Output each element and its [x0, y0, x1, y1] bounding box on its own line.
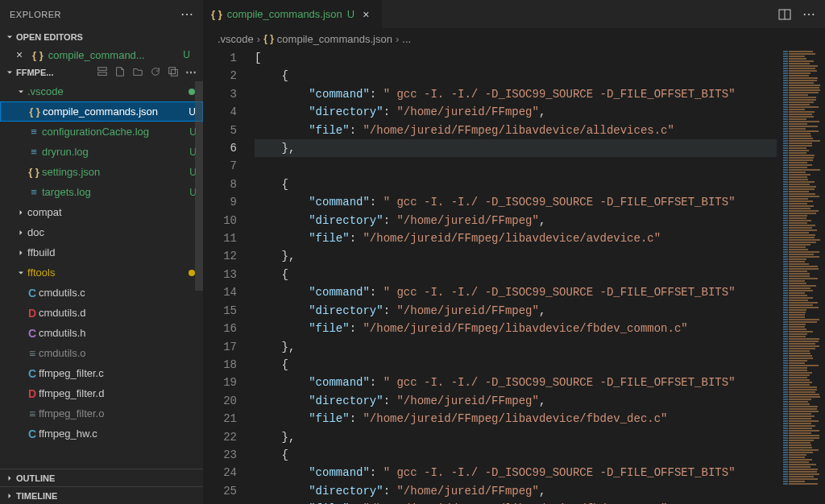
file-ffmpeg-filter-c[interactable]: C ffmpeg_filter.c: [0, 363, 203, 383]
file-cmdutils-h[interactable]: C cmdutils.h: [0, 323, 203, 343]
line-number-gutter: 1234567891011121314151617181920212223242…: [203, 49, 255, 504]
open-editors-label: OPEN EDITORS: [16, 32, 83, 42]
more-actions-button[interactable]: ⋯: [180, 6, 193, 22]
git-dot-icon: [189, 270, 195, 276]
file-cmdutils-c[interactable]: C cmdutils.c: [0, 283, 203, 303]
tab-filename: compile_commands.json: [227, 8, 342, 20]
outline-label: OUTLINE: [16, 473, 55, 483]
timeline-section[interactable]: TIMELINE: [0, 486, 203, 504]
open-editor-item[interactable]: × { } compile_command... U: [0, 46, 203, 64]
breadcrumb-file[interactable]: compile_commands.json: [277, 33, 392, 45]
sidebar-scrollbar[interactable]: [195, 81, 203, 291]
folder-label: doc: [27, 226, 203, 238]
d-icon: D: [26, 387, 39, 400]
more-icon[interactable]: ⋯: [185, 66, 197, 79]
o-icon: ≡: [26, 347, 39, 360]
explorer-header: EXPLORER ⋯: [0, 0, 203, 28]
json-icon: { }: [263, 33, 274, 44]
file-label: cmdutils.c: [39, 287, 203, 299]
c-icon: C: [26, 428, 39, 440]
file-label: ffmpeg_filter.c: [39, 367, 203, 379]
breadcrumb-more[interactable]: ...: [402, 33, 411, 45]
file-dryrun[interactable]: ≡ dryrun.log U: [0, 142, 203, 162]
file-configuration-cache[interactable]: ≡ configurationCache.log U: [0, 122, 203, 142]
chevron-down-icon: [16, 87, 27, 97]
tab-compile-commands[interactable]: { } compile_commands.json U ×: [203, 0, 383, 28]
svg-rect-2: [169, 68, 176, 74]
json-icon: { }: [211, 8, 222, 20]
log-icon: ≡: [26, 186, 42, 198]
file-ffmpeg-filter-o[interactable]: ≡ ffmpeg_filter.o: [0, 403, 203, 423]
file-targets[interactable]: ≡ targets.log U: [0, 182, 203, 202]
folder-vscode[interactable]: .vscode: [0, 81, 203, 101]
folder-label: ffbuild: [27, 246, 203, 258]
folder-label: fftools: [27, 266, 189, 279]
chevron-right-icon: [16, 228, 27, 238]
folder-doc[interactable]: doc: [0, 222, 203, 242]
open-editors-section[interactable]: OPEN EDITORS: [0, 28, 203, 46]
svg-rect-0: [98, 68, 107, 71]
new-file-icon[interactable]: [114, 66, 126, 79]
tab-status: U: [347, 8, 354, 20]
chevron-right-icon: ›: [396, 33, 399, 45]
open-editor-filename: compile_command...: [48, 49, 179, 61]
chevron-right-icon: [3, 473, 16, 483]
project-toolbar: ⋯: [97, 66, 200, 79]
close-icon[interactable]: ×: [363, 8, 374, 21]
breadcrumbs[interactable]: .vscode › { } compile_commands.json › ..…: [203, 28, 825, 49]
o-icon: ≡: [26, 407, 39, 420]
chevron-right-icon: [3, 491, 16, 501]
json-icon: { }: [26, 166, 42, 178]
code-editor[interactable]: 1234567891011121314151617181920212223242…: [203, 49, 825, 504]
file-ffmpeg-hw-c[interactable]: C ffmpeg_hw.c: [0, 423, 203, 444]
split-editor-icon[interactable]: [778, 8, 791, 21]
git-dot-icon: [189, 89, 195, 95]
timeline-label: TIMELINE: [16, 491, 57, 501]
folder-label: compat: [27, 206, 203, 218]
file-label: dryrun.log: [42, 146, 189, 158]
file-label: ffmpeg_filter.o: [39, 407, 203, 419]
git-status-badge: U: [183, 49, 197, 60]
folder-compat[interactable]: compat: [0, 202, 203, 222]
file-ffmpeg-filter-d[interactable]: D ffmpeg_filter.d: [0, 383, 203, 403]
folder-label: .vscode: [27, 85, 189, 97]
file-label: cmdutils.o: [39, 347, 203, 359]
folder-ffbuild[interactable]: ffbuild: [0, 242, 203, 262]
collapse-icon[interactable]: [168, 66, 179, 79]
json-icon: { }: [27, 105, 43, 118]
minimap[interactable]: [777, 49, 825, 504]
file-label: cmdutils.d: [39, 307, 203, 319]
file-cmdutils-o[interactable]: ≡ cmdutils.o: [0, 343, 203, 363]
breadcrumb-folder[interactable]: .vscode: [218, 33, 254, 45]
chevron-down-icon: [3, 68, 16, 77]
d-icon: D: [26, 307, 39, 320]
tab-bar: { } compile_commands.json U × ⋯: [203, 0, 825, 28]
file-settings[interactable]: { } settings.json U: [0, 162, 203, 182]
more-actions-icon[interactable]: ⋯: [802, 6, 815, 22]
c-icon: C: [26, 287, 39, 300]
project-section[interactable]: FFMPE... ⋯: [0, 64, 203, 81]
project-label: FFMPE...: [16, 68, 53, 77]
chevron-down-icon: [16, 268, 27, 278]
view-icon[interactable]: [97, 66, 108, 79]
file-label: cmdutils.h: [39, 327, 203, 339]
json-icon: { }: [32, 49, 44, 61]
new-folder-icon[interactable]: [132, 66, 143, 79]
file-cmdutils-d[interactable]: D cmdutils.d: [0, 303, 203, 323]
refresh-icon[interactable]: [150, 66, 161, 79]
folder-fftools[interactable]: fftools: [0, 262, 203, 283]
chevron-right-icon: [16, 248, 27, 258]
sidebar: EXPLORER ⋯ OPEN EDITORS × { } compile_co…: [0, 0, 203, 504]
svg-rect-1: [98, 72, 107, 76]
chevron-down-icon: [3, 32, 16, 42]
close-icon[interactable]: ×: [16, 48, 27, 61]
code-content[interactable]: [ { "command": " gcc -I. -I./ -D_ISOC99_…: [255, 49, 777, 504]
file-compile-commands[interactable]: { } compile_commands.json U: [0, 101, 203, 122]
outline-section[interactable]: OUTLINE: [0, 469, 203, 486]
c-icon: C: [26, 367, 39, 380]
editor-area: { } compile_commands.json U × ⋯ .vscode …: [203, 0, 825, 504]
file-label: configurationCache.log: [42, 126, 189, 138]
file-label: settings.json: [42, 166, 189, 178]
file-label: compile_commands.json: [43, 105, 189, 118]
editor-actions: ⋯: [769, 0, 825, 28]
